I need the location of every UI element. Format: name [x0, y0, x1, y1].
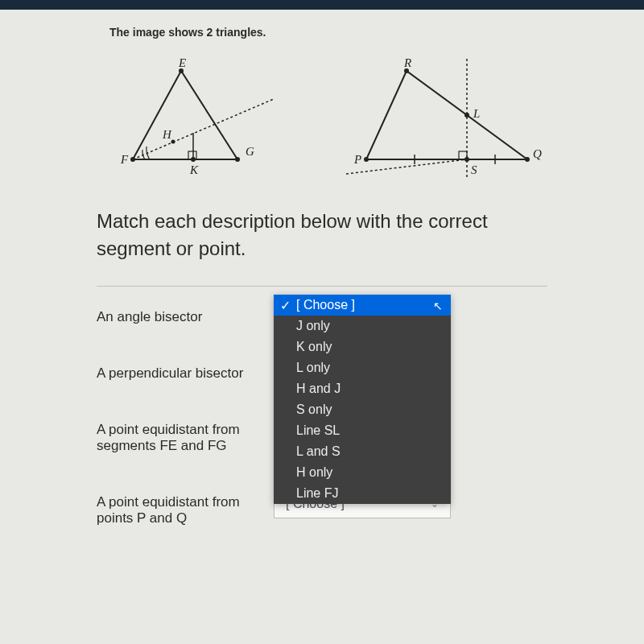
instruction-text: Match each description below with the co… [0, 192, 644, 286]
label-P: P [353, 153, 361, 166]
svg-point-6 [235, 157, 240, 162]
dropdown-option-s-only[interactable]: S only [274, 399, 451, 420]
svg-point-7 [191, 157, 196, 162]
label-L: L [473, 107, 480, 120]
svg-point-18 [464, 113, 469, 118]
label-Q: Q [533, 147, 542, 160]
dropdown-option-l-only[interactable]: L only [274, 357, 451, 378]
dropdown-option-line-fj[interactable]: Line FJ [274, 483, 451, 504]
svg-point-5 [130, 157, 135, 162]
page-content: The image shows 2 triangles. E F G H K [0, 10, 644, 644]
svg-marker-0 [133, 71, 237, 159]
match-row-angle-bisector: An angle bisector [ Choose ] ↖ J only K … [0, 287, 644, 343]
svg-marker-9 [366, 71, 527, 159]
dropdown-option-k-only[interactable]: K only [274, 336, 451, 357]
label-equidistant-p-q: A point equidistant from points P and Q [97, 489, 274, 526]
label-R: R [403, 56, 411, 69]
triangle-rpq-diagram: R P Q L S [330, 55, 555, 184]
dropdown-option-h-and-j[interactable]: H and J [274, 378, 451, 399]
label-E: E [178, 56, 186, 69]
dropdown-option-choose[interactable]: [ Choose ] ↖ [274, 295, 451, 316]
label-S: S [471, 163, 477, 176]
triangle-efg-diagram: E F G H K [89, 55, 314, 184]
dropdown-angle-bisector[interactable]: [ Choose ] ↖ J only K only L only H and … [274, 295, 451, 504]
label-equidistant-fe-fg: A point equidistant from segments FE and… [97, 417, 274, 454]
label-F: F [120, 153, 129, 166]
dropdown-option-l-and-s[interactable]: L and S [274, 441, 451, 462]
label-angle-bisector: An angle bisector [97, 304, 274, 325]
label-H: H [162, 128, 172, 141]
svg-point-17 [525, 157, 530, 162]
label-K: K [189, 163, 199, 176]
cursor-icon: ↖ [433, 299, 443, 312]
svg-point-16 [364, 157, 369, 162]
svg-point-19 [464, 157, 469, 162]
intro-text: The image shows 2 triangles. [0, 10, 644, 47]
label-perpendicular-bisector: A perpendicular bisector [97, 361, 274, 382]
label-G: G [246, 145, 254, 158]
geometry-diagrams: E F G H K R P Q L S [0, 47, 644, 192]
dropdown-option-j-only[interactable]: J only [274, 316, 451, 336]
dropdown-option-h-only[interactable]: H only [274, 462, 451, 483]
screen-top-bezel [0, 0, 644, 10]
svg-point-8 [171, 140, 175, 144]
svg-line-11 [346, 159, 467, 174]
dropdown-option-line-sl[interactable]: Line SL [274, 420, 451, 441]
